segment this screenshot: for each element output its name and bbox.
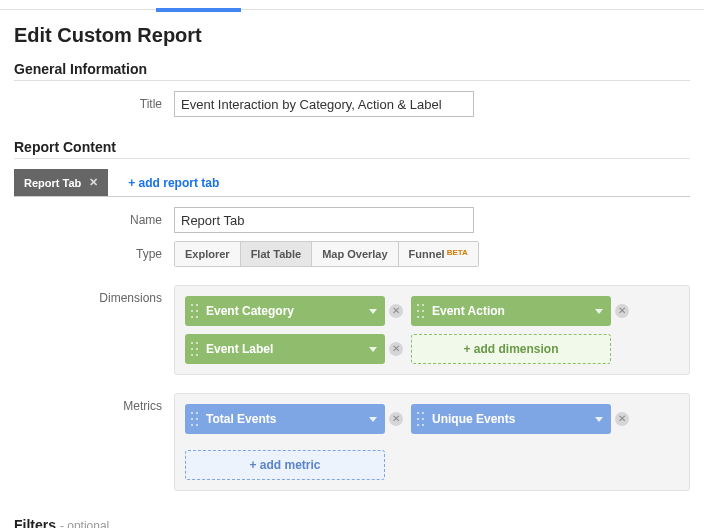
report-tab-label: Report Tab <box>24 177 81 189</box>
dimensions-container: Event Category ✕ Event Action ✕ <box>174 285 690 375</box>
chevron-down-icon <box>369 347 377 352</box>
dimensions-label: Dimensions <box>14 285 174 305</box>
beta-badge: BETA <box>447 248 468 257</box>
remove-dimension-button[interactable]: ✕ <box>389 304 403 318</box>
chevron-down-icon <box>369 309 377 314</box>
metric-pill[interactable]: Total Events <box>185 404 385 434</box>
page-title: Edit Custom Report <box>14 24 690 47</box>
report-tab-active[interactable]: Report Tab ✕ <box>14 169 108 196</box>
drag-handle-icon[interactable] <box>191 412 198 426</box>
remove-metric-button[interactable]: ✕ <box>389 412 403 426</box>
type-label: Type <box>14 241 174 261</box>
remove-metric-button[interactable]: ✕ <box>615 412 629 426</box>
drag-handle-icon[interactable] <box>191 304 198 318</box>
drag-handle-icon[interactable] <box>417 412 424 426</box>
type-map-overlay-button[interactable]: Map Overlay <box>312 242 398 266</box>
type-funnel-button[interactable]: FunnelBETA <box>399 242 478 266</box>
metrics-container: Total Events ✕ Unique Events ✕ + add met… <box>174 393 690 491</box>
chevron-down-icon <box>369 417 377 422</box>
name-label: Name <box>14 207 174 227</box>
remove-dimension-button[interactable]: ✕ <box>615 304 629 318</box>
section-general-header: General Information <box>14 61 690 81</box>
metric-pill-label: Total Events <box>206 412 276 426</box>
top-nav-indicator <box>0 0 704 10</box>
drag-handle-icon[interactable] <box>191 342 198 356</box>
type-explorer-button[interactable]: Explorer <box>175 242 241 266</box>
dimension-pill-label: Event Label <box>206 342 273 356</box>
section-general-title: General Information <box>14 61 147 77</box>
add-metric-button[interactable]: + add metric <box>185 450 385 480</box>
add-dimension-button[interactable]: + add dimension <box>411 334 611 364</box>
section-filters-optional-text: - optional <box>60 519 109 528</box>
metrics-label: Metrics <box>14 393 174 413</box>
close-icon[interactable]: ✕ <box>89 176 98 189</box>
type-toggle-group: Explorer Flat Table Map Overlay FunnelBE… <box>174 241 479 267</box>
remove-dimension-button[interactable]: ✕ <box>389 342 403 356</box>
section-content-header: Report Content <box>14 139 690 159</box>
section-filters-header: Filters - optional <box>14 517 690 528</box>
chevron-down-icon <box>595 417 603 422</box>
report-tab-bar: Report Tab ✕ + add report tab <box>14 169 690 197</box>
dimension-pill[interactable]: Event Category <box>185 296 385 326</box>
dimension-pill[interactable]: Event Action <box>411 296 611 326</box>
metric-pill[interactable]: Unique Events <box>411 404 611 434</box>
name-input[interactable] <box>174 207 474 233</box>
title-label: Title <box>14 91 174 111</box>
add-report-tab-link[interactable]: + add report tab <box>128 176 219 190</box>
dimension-pill-label: Event Action <box>432 304 505 318</box>
section-content-title: Report Content <box>14 139 116 155</box>
dimension-pill[interactable]: Event Label <box>185 334 385 364</box>
type-flat-table-button[interactable]: Flat Table <box>241 242 313 266</box>
funnel-text: Funnel <box>409 248 445 260</box>
metric-pill-label: Unique Events <box>432 412 515 426</box>
title-input[interactable] <box>174 91 474 117</box>
section-filters-title: Filters <box>14 517 56 528</box>
chevron-down-icon <box>595 309 603 314</box>
dimension-pill-label: Event Category <box>206 304 294 318</box>
drag-handle-icon[interactable] <box>417 304 424 318</box>
